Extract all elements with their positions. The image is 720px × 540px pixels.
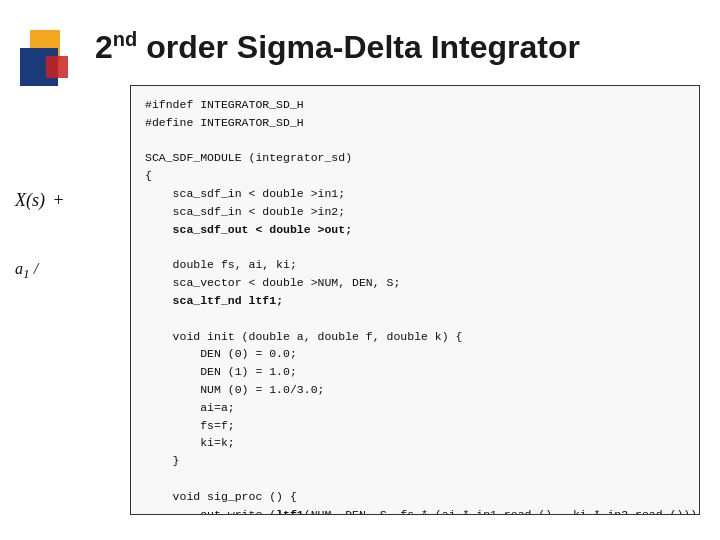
code-line-1: #ifndef INTEGRATOR_SD_H #define INTEGRAT…: [145, 98, 700, 515]
slide-title: 2nd order Sigma-Delta Integrator: [95, 28, 580, 66]
decorative-squares: [20, 30, 80, 90]
math-xs-label: X(s) +: [15, 190, 125, 211]
red-square: [46, 56, 68, 78]
title-prefix: 2: [95, 29, 113, 65]
code-content: #ifndef INTEGRATOR_SD_H #define INTEGRAT…: [145, 96, 685, 515]
title-main: order Sigma-Delta Integrator: [137, 29, 580, 65]
math-arrow: +: [54, 190, 64, 211]
code-line-bold-out: sca_sdf_out < double >out;: [173, 223, 352, 236]
title-sup: nd: [113, 28, 137, 50]
code-line-bold-ltf: sca_ltf_nd ltf1;: [173, 294, 283, 307]
code-ltf1-call: ltf1: [276, 508, 304, 515]
slide-container: 2nd order Sigma-Delta Integrator X(s) + …: [0, 0, 720, 540]
math-a1-label: a1 /: [15, 260, 38, 282]
code-block: #ifndef INTEGRATOR_SD_H #define INTEGRAT…: [130, 85, 700, 515]
